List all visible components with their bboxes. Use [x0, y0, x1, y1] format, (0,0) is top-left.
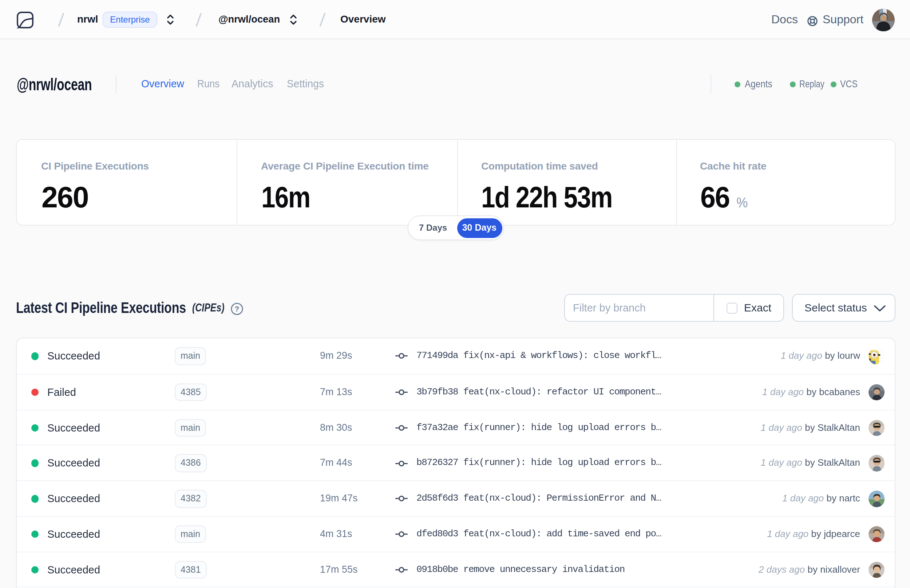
svg-text:?: ? [235, 304, 239, 313]
